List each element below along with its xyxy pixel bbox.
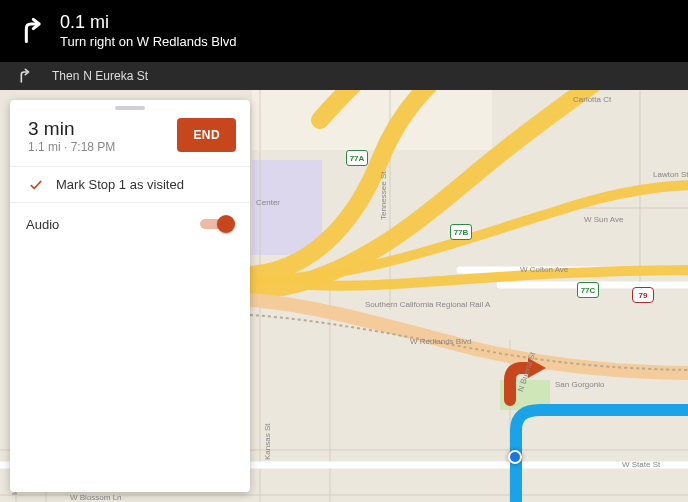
nav-next-street: N Eureka St [83,69,148,83]
map-label: Carlotta Ct [573,95,611,104]
eta-subline: 1.1 mi · 7:18 PM [28,140,115,154]
nav-top-bar: 0.1 mi Turn right on W Redlands Blvd [0,0,688,62]
end-button[interactable]: END [177,118,236,152]
map-label: Center [256,198,280,207]
svg-rect-2 [252,160,322,255]
app-root: 0.1 mi Turn right on W Redlands Blvd The… [0,0,688,502]
check-icon [26,178,46,192]
turn-right-icon [14,66,34,86]
turn-right-icon [14,14,48,48]
nav-next-prefix: Then [52,69,79,83]
map-label: Southern California Regional Rail A [365,300,490,309]
audio-toggle[interactable] [200,215,234,233]
map-label: W Blossom Ln [70,493,122,502]
map-label: W Colton Ave [520,265,568,274]
audio-label: Audio [26,217,59,232]
nav-distance: 0.1 mi [60,13,237,33]
current-location-dot [508,450,522,464]
map-label: Kansas St [263,424,272,460]
eta-duration: 3 min [28,118,115,140]
highway-shield: 77C [577,282,599,298]
trip-card[interactable]: 3 min 1.1 mi · 7:18 PM END Mark Stop 1 a… [10,100,250,492]
svg-rect-3 [252,90,492,150]
map-label: W State St [622,460,660,469]
highway-shield: 77A [346,150,368,166]
map-label: San Gorgonio [555,380,604,389]
map-label: Tennessee St [379,172,388,220]
highway-shield: 79 [632,287,654,303]
map-label: W Sun Ave [584,215,623,224]
nav-instruction: Turn right on W Redlands Blvd [60,34,237,49]
map-label: Lawton St [653,170,688,179]
drag-handle[interactable] [115,106,145,110]
nav-next-bar: Then N Eureka St [0,62,688,90]
highway-shield: 77B [450,224,472,240]
mark-stop-label: Mark Stop 1 as visited [56,177,184,192]
mark-stop-row[interactable]: Mark Stop 1 as visited [10,166,250,202]
map-label: W Redlands Blvd [410,337,471,346]
audio-row: Audio [10,202,250,245]
